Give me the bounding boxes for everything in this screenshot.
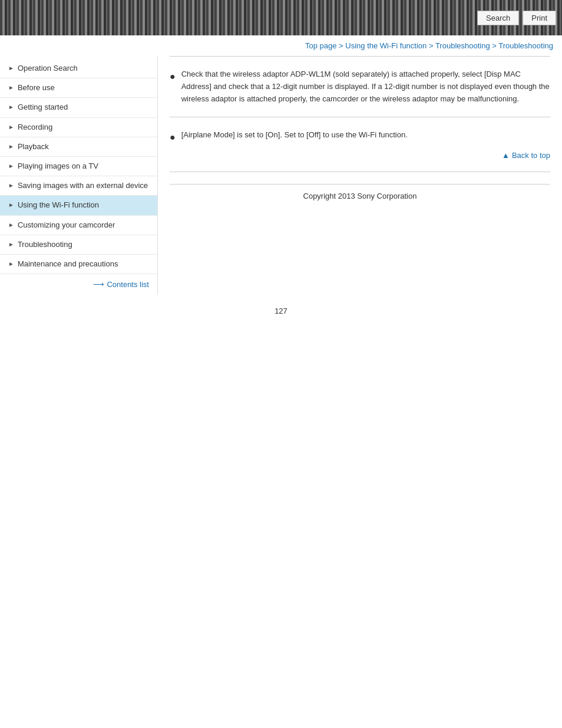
arrow-icon: ► [8,162,14,170]
sidebar-item-recording[interactable]: ► Recording [0,118,157,137]
sidebar-label: Troubleshooting [18,239,151,250]
footer: Copyright 2013 Sony Corporation [170,184,550,207]
arrow-icon: ► [8,241,14,249]
header-buttons: Search Print [477,11,556,25]
breadcrumb-troubleshooting2[interactable]: Troubleshooting [498,41,553,50]
breadcrumb-sep2: > [429,41,435,50]
sidebar-label: Operation Search [18,63,151,74]
sidebar: ► Operation Search ► Before use ► Gettin… [0,56,158,295]
sidebar-item-wifi[interactable]: ► Using the Wi-Fi function [0,196,157,215]
sidebar-label: Maintenance and precautions [18,259,151,269]
content-area: ● Check that the wireless adaptor ADP-WL… [158,56,562,292]
sidebar-item-playback[interactable]: ► Playback [0,137,157,157]
arrow-icon: ► [8,201,14,209]
breadcrumb-sep3: > [492,41,498,50]
sidebar-item-saving-images[interactable]: ► Saving images with an external device [0,176,157,196]
sidebar-label: Saving images with an external device [18,180,151,191]
arrow-icon: ► [8,182,14,190]
sidebar-item-operation-search[interactable]: ► Operation Search [0,59,157,78]
print-button[interactable]: Print [523,11,556,25]
sidebar-label: Playing images on a TV [18,161,151,172]
bullet-icon-2: ● [170,130,176,145]
sidebar-item-maintenance[interactable]: ► Maintenance and precautions [0,255,157,274]
sidebar-label: Using the Wi-Fi function [18,200,151,210]
header: Search Print [0,0,562,35]
content-text-2: [Airplane Mode] is set to [On]. Set to [… [181,129,550,141]
content-section-2: ● [Airplane Mode] is set to [On]. Set to… [170,117,550,172]
sidebar-label: Recording [18,122,151,133]
sidebar-item-playing-images[interactable]: ► Playing images on a TV [0,157,157,176]
contents-list-arrow-icon: ⟶ [93,280,104,289]
arrow-icon: ► [8,143,14,151]
contents-list-link[interactable]: ⟶ Contents list [0,274,157,295]
back-to-top-link[interactable]: ▲Back to top [502,151,550,160]
sidebar-label: Playback [18,141,151,152]
arrow-icon: ► [8,103,14,111]
search-button[interactable]: Search [477,11,519,25]
sidebar-item-troubleshooting[interactable]: ► Troubleshooting [0,235,157,255]
sidebar-label: Before use [18,83,151,93]
arrow-icon: ► [8,84,14,92]
arrow-icon: ► [8,123,14,131]
content-item-2: ● [Airplane Mode] is set to [On]. Set to… [170,129,550,145]
sidebar-item-getting-started[interactable]: ► Getting started [0,98,157,117]
breadcrumb-wifi[interactable]: Using the Wi-Fi function [345,41,427,50]
sidebar-item-before-use[interactable]: ► Before use [0,78,157,98]
sidebar-label: Getting started [18,102,151,113]
main-layout: ► Operation Search ► Before use ► Gettin… [0,56,562,295]
bullet-icon-1: ● [170,69,176,84]
arrow-icon: ► [8,260,14,268]
sidebar-label: Customizing your camcorder [18,220,151,230]
back-to-top-row: ▲Back to top [170,145,550,160]
arrow-icon: ► [8,64,14,73]
page-number: 127 [0,295,562,327]
contents-list-label: Contents list [107,280,149,289]
arrow-icon: ► [8,221,14,229]
breadcrumb-troubleshooting1[interactable]: Troubleshooting [435,41,490,50]
content-item-1: ● Check that the wireless adaptor ADP-WL… [170,68,550,105]
breadcrumb-sep1: > [339,41,345,50]
back-to-top-label: Back to top [512,151,550,160]
content-text-1: Check that the wireless adaptor ADP-WL1M… [181,68,550,105]
triangle-icon: ▲ [502,151,510,160]
sidebar-item-customizing[interactable]: ► Customizing your camcorder [0,216,157,235]
copyright-text: Copyright 2013 Sony Corporation [303,192,417,200]
breadcrumb: Top page > Using the Wi-Fi function > Tr… [0,35,562,56]
breadcrumb-top-page[interactable]: Top page [305,41,337,50]
content-section-1: ● Check that the wireless adaptor ADP-WL… [170,56,550,117]
